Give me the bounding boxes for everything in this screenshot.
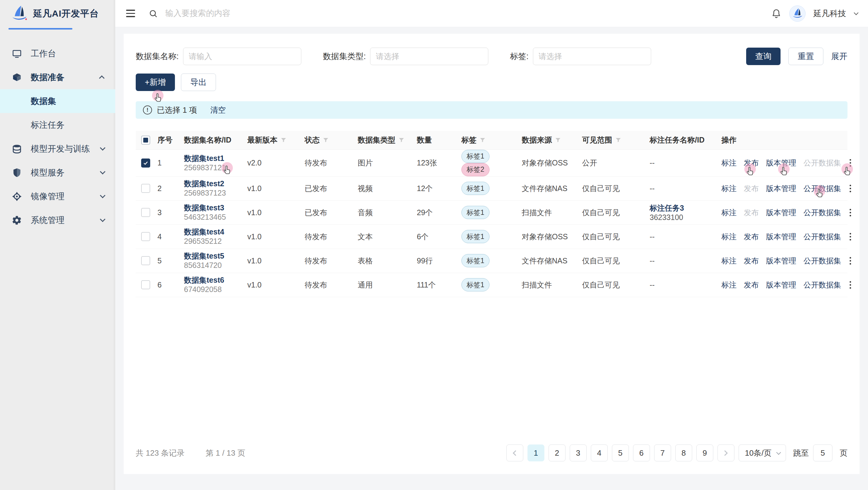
filter-funnel-icon[interactable] xyxy=(323,137,329,143)
page-button-9[interactable]: 9 xyxy=(696,445,713,461)
table-toolbar: +新增 导出 xyxy=(136,73,847,91)
filter-funnel-icon[interactable] xyxy=(615,137,621,143)
sidebar-item-model-service[interactable]: 模型服务 xyxy=(0,161,115,185)
clear-selection-link[interactable]: 清空 xyxy=(210,105,226,116)
column-header-version[interactable]: 最新版本 xyxy=(245,131,302,150)
sidebar-item-model-dev[interactable]: 模型开发与训练 xyxy=(0,137,115,161)
dataset-visibility: 公开 xyxy=(580,150,647,176)
annotate-link[interactable]: 标注 xyxy=(721,280,737,290)
annotate-link[interactable]: 标注 xyxy=(721,184,737,193)
reset-button[interactable]: 重置 xyxy=(788,47,824,65)
version-management-link[interactable]: 版本管理 xyxy=(766,232,796,242)
row-checkbox[interactable] xyxy=(141,184,150,193)
tag-filter-select[interactable] xyxy=(533,47,651,65)
task-name-link[interactable]: 标注任务3 xyxy=(650,203,717,213)
select-all-checkbox[interactable] xyxy=(141,136,150,145)
filter-funnel-icon[interactable] xyxy=(398,137,404,143)
sidebar-item-data-prep[interactable]: 数据准备 xyxy=(0,65,115,89)
dataset-name-link[interactable]: 数据集test4 xyxy=(184,227,243,236)
row-checkbox[interactable] xyxy=(141,208,150,217)
chevron-down-icon xyxy=(100,216,105,222)
page-button-4[interactable]: 4 xyxy=(591,445,608,461)
more-actions-icon[interactable] xyxy=(848,256,852,266)
page-button-6[interactable]: 6 xyxy=(633,445,650,461)
version-management-link[interactable]: 版本管理 xyxy=(766,280,796,290)
row-checkbox[interactable] xyxy=(141,280,150,289)
page-button-2[interactable]: 2 xyxy=(549,445,565,461)
public-dataset-link[interactable]: 公开数据集 xyxy=(803,208,841,218)
sidebar-subitem-dataset[interactable]: 数据集 xyxy=(0,89,115,113)
column-header-type[interactable]: 数据集类型 xyxy=(355,131,414,150)
filter-funnel-icon[interactable] xyxy=(479,137,486,143)
more-actions-icon[interactable] xyxy=(848,158,852,168)
public-dataset-link[interactable]: 公开数据集 xyxy=(803,256,841,266)
column-header-visibility[interactable]: 可见范围 xyxy=(580,131,647,150)
global-search-input[interactable] xyxy=(165,9,771,18)
notification-bell-icon[interactable] xyxy=(771,8,781,19)
avatar-sailboat-icon xyxy=(792,7,803,20)
publish-link[interactable]: 发布 xyxy=(744,158,759,168)
annotate-link[interactable]: 标注 xyxy=(721,256,737,266)
company-name[interactable]: 延凡科技 xyxy=(813,8,846,19)
prev-page-button[interactable] xyxy=(506,445,523,461)
publish-link[interactable]: 发布 xyxy=(744,232,759,242)
export-button[interactable]: 导出 xyxy=(181,73,216,91)
sidebar-subitem-annotation-task[interactable]: 标注任务 xyxy=(0,113,115,137)
version-management-link[interactable]: 版本管理 xyxy=(766,158,796,168)
next-page-button[interactable] xyxy=(717,445,734,461)
page-button-1[interactable]: 1 xyxy=(527,445,545,461)
row-checkbox[interactable] xyxy=(141,159,150,168)
annotate-link[interactable]: 标注 xyxy=(721,208,737,218)
row-checkbox[interactable] xyxy=(141,256,150,265)
row-checkbox[interactable] xyxy=(141,232,150,241)
expand-link[interactable]: 展开 xyxy=(831,51,847,62)
version-management-link[interactable]: 版本管理 xyxy=(766,184,796,193)
annotation-task-cell: -- xyxy=(647,150,719,176)
column-header-status[interactable]: 状态 xyxy=(302,131,355,150)
publish-link[interactable]: 发布 xyxy=(744,280,759,290)
user-avatar[interactable] xyxy=(789,5,806,22)
filter-funnel-icon[interactable] xyxy=(280,137,286,143)
dataset-type-select[interactable] xyxy=(370,47,488,65)
dataset-id-text: 5463213465 xyxy=(184,213,243,222)
hamburger-menu-icon[interactable] xyxy=(126,10,135,17)
public-dataset-link[interactable]: 公开数据集 xyxy=(803,232,841,242)
page-size-select[interactable]: 10条/页 xyxy=(739,445,786,461)
sidebar-item-image-mgmt[interactable]: 镜像管理 xyxy=(0,185,115,208)
more-actions-icon[interactable] xyxy=(848,232,852,242)
dataset-name-input[interactable] xyxy=(183,47,301,65)
filter-funnel-icon[interactable] xyxy=(555,137,561,143)
filter-bar: 数据集名称: 数据集类型: 标签: 查询 重置 展开 xyxy=(136,47,847,65)
sidebar-item-workbench[interactable]: 工作台 xyxy=(0,41,115,65)
more-actions-icon[interactable] xyxy=(848,208,852,218)
dataset-name-link[interactable]: 数据集test5 xyxy=(184,251,243,261)
dataset-type-label: 数据集类型: xyxy=(323,51,366,62)
dataset-name-link[interactable]: 数据集test2 xyxy=(184,179,243,188)
dataset-source: 对象存储OSS xyxy=(519,150,580,176)
version-management-link[interactable]: 版本管理 xyxy=(766,256,796,266)
page-button-8[interactable]: 8 xyxy=(675,445,692,461)
public-dataset-link[interactable]: 公开数据集 xyxy=(803,280,841,290)
public-dataset-link[interactable]: 公开数据集 xyxy=(803,184,841,193)
page-button-5[interactable]: 5 xyxy=(612,445,629,461)
chevron-down-icon[interactable] xyxy=(854,10,859,15)
annotation-task-cell: -- xyxy=(647,273,719,297)
publish-link[interactable]: 发布 xyxy=(744,256,759,266)
page-button-7[interactable]: 7 xyxy=(654,445,671,461)
sidebar-item-system-mgmt[interactable]: 系统管理 xyxy=(0,208,115,232)
annotate-link[interactable]: 标注 xyxy=(721,232,737,242)
more-actions-icon[interactable] xyxy=(848,184,852,193)
dataset-name-link[interactable]: 数据集test6 xyxy=(184,275,243,285)
dataset-name-link[interactable]: 数据集test1 xyxy=(184,154,243,163)
search-button[interactable]: 查询 xyxy=(746,47,780,65)
page-button-3[interactable]: 3 xyxy=(570,445,587,461)
column-header-source[interactable]: 数据来源 xyxy=(519,131,580,150)
column-header-tags[interactable]: 标签 xyxy=(459,131,519,150)
dataset-name-link[interactable]: 数据集test3 xyxy=(184,203,243,213)
more-actions-icon[interactable] xyxy=(848,280,852,290)
search-icon[interactable] xyxy=(148,9,158,19)
version-management-link[interactable]: 版本管理 xyxy=(766,208,796,218)
annotate-link[interactable]: 标注 xyxy=(721,158,737,168)
jump-page-input[interactable] xyxy=(813,445,832,461)
add-button[interactable]: +新增 xyxy=(136,73,175,91)
